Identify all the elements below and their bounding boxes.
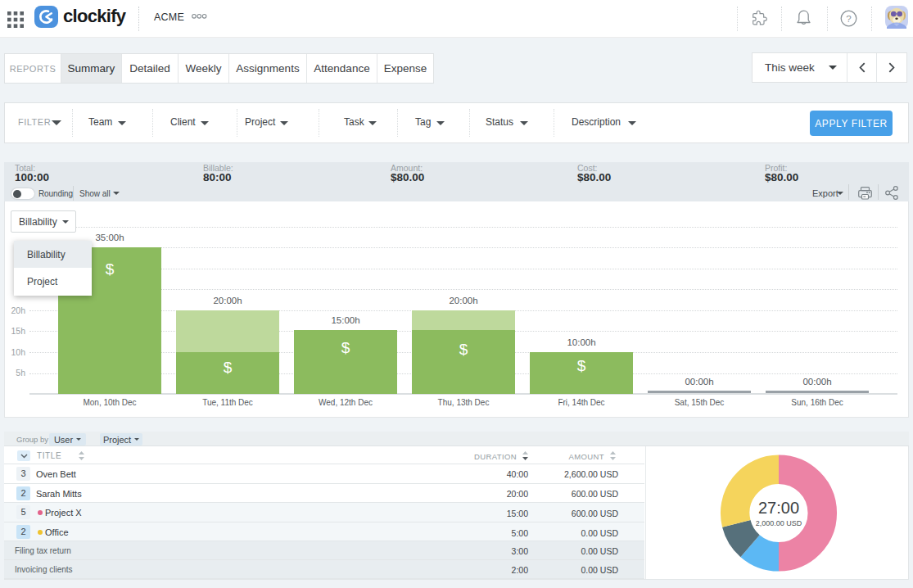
svg-text:?: ? (846, 14, 851, 24)
